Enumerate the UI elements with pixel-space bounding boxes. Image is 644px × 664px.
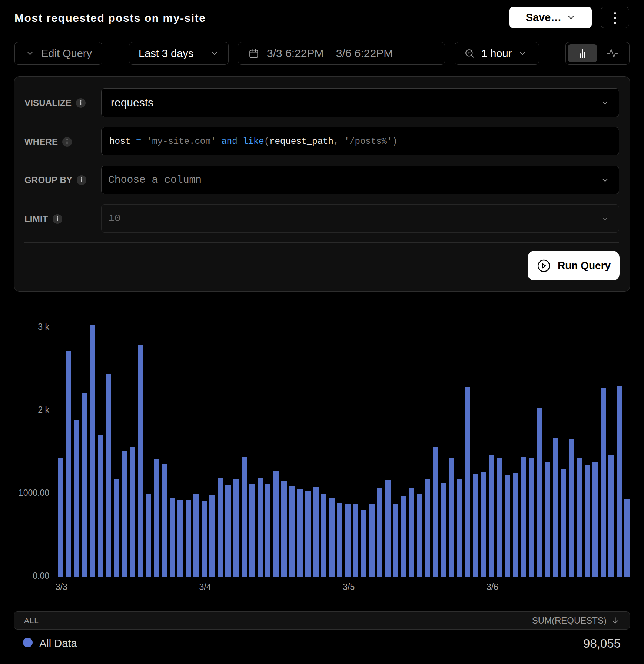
svg-text:3/4: 3/4 bbox=[199, 582, 211, 592]
svg-text:0.00: 0.00 bbox=[33, 571, 49, 581]
svg-text:3/3: 3/3 bbox=[56, 582, 67, 592]
svg-text:1000.00: 1000.00 bbox=[19, 488, 49, 498]
svg-text:2 k: 2 k bbox=[38, 405, 49, 415]
svg-text:3 k: 3 k bbox=[38, 322, 49, 332]
svg-text:3/5: 3/5 bbox=[343, 582, 355, 592]
svg-text:3/6: 3/6 bbox=[487, 582, 498, 592]
